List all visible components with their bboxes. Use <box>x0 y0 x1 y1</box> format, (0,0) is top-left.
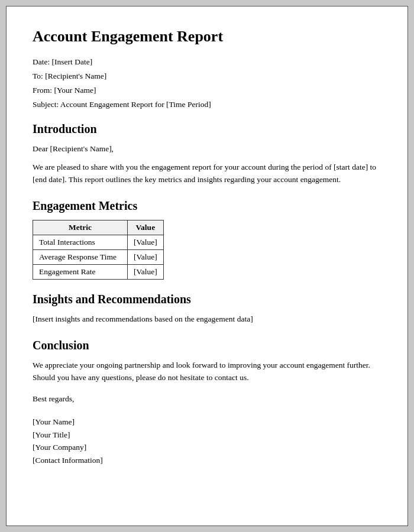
value-cell: [Value] <box>128 235 164 249</box>
insights-heading: Insights and Recommendations <box>33 293 381 306</box>
metric-cell: Engagement Rate <box>33 264 128 279</box>
sig-name: [Your Name] <box>33 416 381 429</box>
metrics-table: Metric Value Total Interactions[Value]Av… <box>33 220 164 280</box>
conclusion-heading: Conclusion <box>33 339 381 352</box>
introduction-greeting: Dear [Recipient's Name], <box>33 143 381 155</box>
value-cell: [Value] <box>128 264 164 279</box>
date-line: Date: [Insert Date] <box>33 57 381 67</box>
table-row: Average Response Time[Value] <box>33 249 164 264</box>
insights-body: [Insert insights and recommendations bas… <box>33 313 381 326</box>
table-col-value: Value <box>128 220 164 235</box>
sig-contact: [Contact Information] <box>33 454 381 467</box>
metric-cell: Average Response Time <box>33 249 128 264</box>
page-container: Account Engagement Report Date: [Insert … <box>6 6 408 526</box>
metric-cell: Total Interactions <box>33 235 128 249</box>
from-line: From: [Your Name] <box>33 86 381 95</box>
subject-line: Subject: Account Engagement Report for [… <box>33 100 381 109</box>
regards-line: Best regards, <box>33 392 381 406</box>
introduction-heading: Introduction <box>33 122 381 136</box>
signature-block: Best regards, [Your Name] [Your Title] [… <box>33 392 381 467</box>
engagement-metrics-heading: Engagement Metrics <box>33 199 381 213</box>
table-col-metric: Metric <box>33 220 128 235</box>
sig-company: [Your Company] <box>33 441 381 454</box>
conclusion-body: We appreciate your ongoing partnership a… <box>33 359 381 384</box>
introduction-body: We are pleased to share with you the eng… <box>33 161 381 186</box>
value-cell: [Value] <box>128 249 164 264</box>
table-row: Total Interactions[Value] <box>33 235 164 249</box>
sig-title: [Your Title] <box>33 429 381 442</box>
report-title: Account Engagement Report <box>33 28 381 46</box>
table-row: Engagement Rate[Value] <box>33 264 164 279</box>
to-line: To: [Recipient's Name] <box>33 72 381 81</box>
